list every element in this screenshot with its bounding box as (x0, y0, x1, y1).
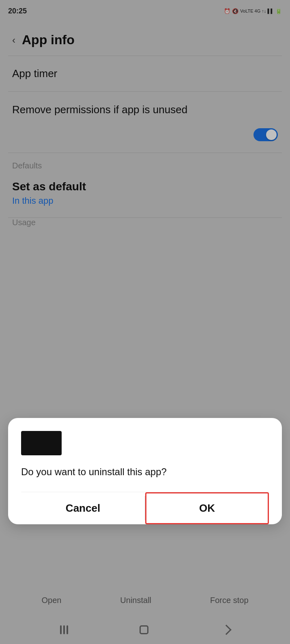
dialog-message: Do you want to uninstall this app? (21, 465, 269, 479)
cancel-button[interactable]: Cancel (21, 492, 145, 524)
ok-button[interactable]: OK (145, 492, 269, 524)
app-icon (21, 431, 62, 455)
dialog-buttons: Cancel OK (21, 492, 269, 524)
uninstall-dialog: Do you want to uninstall this app? Cance… (8, 418, 282, 524)
dialog-overlay (0, 0, 290, 644)
